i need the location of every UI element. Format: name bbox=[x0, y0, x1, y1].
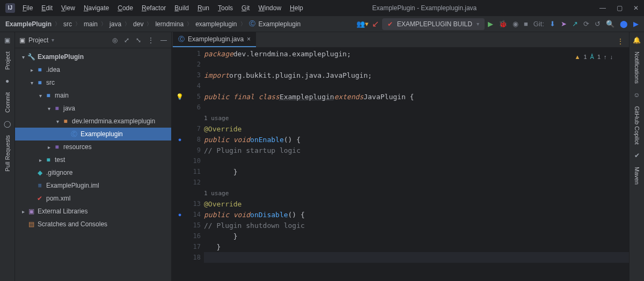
project-tool-icon[interactable]: ▣ bbox=[4, 36, 10, 44]
commit-tool-icon[interactable]: ● bbox=[5, 77, 9, 85]
tree-twisty[interactable]: ▸ bbox=[45, 144, 53, 150]
menu-item[interactable]: Git bbox=[241, 4, 250, 12]
project-view-title[interactable]: Project bbox=[28, 36, 48, 44]
back-icon[interactable]: ↙ bbox=[372, 19, 379, 29]
project-tool-label[interactable]: Project bbox=[4, 51, 11, 70]
code-line[interactable] bbox=[204, 102, 629, 113]
chevron-down-icon[interactable]: ▾ bbox=[52, 37, 54, 43]
tree-row[interactable]: ▾■main bbox=[15, 89, 171, 102]
tree-row[interactable]: ⒸExampleplugin bbox=[15, 128, 171, 140]
breadcrumb-item[interactable]: java bbox=[109, 20, 121, 28]
gutter-icon[interactable] bbox=[172, 166, 188, 177]
line-number[interactable]: 2 bbox=[188, 59, 201, 70]
breadcrumb-item[interactable]: ExamplePlugin bbox=[5, 20, 52, 28]
code-line[interactable]: } bbox=[204, 166, 629, 177]
debug-icon[interactable]: 🐞 bbox=[499, 20, 507, 28]
search-icon[interactable]: 🔍 bbox=[606, 20, 614, 28]
code-line[interactable]: @Override bbox=[204, 198, 629, 209]
minimize-icon[interactable]: — bbox=[599, 4, 606, 12]
expand-icon[interactable]: ⤢ bbox=[124, 36, 129, 44]
menu-item[interactable]: Build bbox=[174, 4, 189, 12]
tree-row[interactable]: ◆.gitignore bbox=[15, 166, 171, 179]
gutter-icon[interactable] bbox=[172, 220, 188, 231]
code-line[interactable] bbox=[204, 177, 629, 188]
code-editor[interactable]: 💡●● 123456789101112131415161718 package … bbox=[172, 48, 629, 281]
next-highlight-icon[interactable]: ↓ bbox=[610, 54, 613, 60]
menu-item[interactable]: Edit bbox=[41, 4, 53, 12]
maven-icon[interactable]: ✔ bbox=[634, 152, 640, 159]
code-line[interactable]: public final class Exampleplugin extends… bbox=[204, 91, 629, 102]
tree-twisty[interactable]: ▾ bbox=[36, 93, 44, 99]
tree-row[interactable]: ▾■dev.lerndmina.exampleplugin bbox=[15, 115, 171, 128]
gutter-icon[interactable] bbox=[172, 252, 188, 263]
breadcrumb-item[interactable]: main bbox=[84, 20, 98, 28]
line-number[interactable]: 8 bbox=[188, 134, 201, 145]
editor-menu-icon[interactable]: ⋮ bbox=[617, 38, 624, 45]
code-line[interactable] bbox=[204, 252, 629, 263]
menu-item[interactable]: Navigate bbox=[84, 4, 109, 12]
tree-row[interactable]: ▸■.idea bbox=[15, 63, 171, 76]
breadcrumb-item[interactable]: exampleplugin bbox=[195, 20, 237, 28]
maven-label[interactable]: Maven bbox=[634, 167, 640, 184]
line-number[interactable]: 14 bbox=[188, 209, 201, 220]
close-icon[interactable]: ✕ bbox=[633, 4, 639, 12]
hide-icon[interactable]: — bbox=[160, 36, 167, 44]
line-number[interactable]: 10 bbox=[188, 156, 201, 166]
line-number[interactable] bbox=[188, 188, 201, 198]
gutter-icon[interactable] bbox=[172, 59, 188, 70]
tree-row[interactable]: ▸■test bbox=[15, 153, 171, 166]
editor-tab[interactable]: Ⓒ Exampleplugin.java × bbox=[173, 32, 256, 47]
code-line[interactable]: 1 usage bbox=[204, 188, 629, 198]
settings-icon[interactable]: ⬤ bbox=[620, 20, 628, 28]
project-tree[interactable]: ▾🔧ExamplePlugin▸■.idea▾■src▾■main▾■java▾… bbox=[15, 48, 171, 233]
line-number[interactable]: 16 bbox=[188, 231, 201, 241]
git-update-icon[interactable]: ⬇ bbox=[550, 20, 555, 28]
tree-twisty[interactable]: ▸ bbox=[28, 67, 35, 73]
inspection-widget[interactable]: ▲ 1 Å 1 ↑ ↓ bbox=[575, 54, 613, 60]
gutter-icon[interactable] bbox=[172, 113, 188, 123]
code-line[interactable]: 1 usage bbox=[204, 113, 629, 123]
gutter-icon[interactable] bbox=[172, 80, 188, 91]
menu-item[interactable]: Refactor bbox=[142, 4, 166, 12]
copilot-label[interactable]: GitHub Copilot bbox=[634, 106, 640, 145]
line-number[interactable]: 4 bbox=[188, 80, 201, 91]
code-line[interactable]: public void onEnable() { bbox=[204, 134, 629, 145]
close-tab-icon[interactable]: × bbox=[247, 35, 251, 43]
pr-tool-icon[interactable]: ◯ bbox=[4, 120, 11, 128]
code-line[interactable]: import org.bukkit.plugin.java.JavaPlugin… bbox=[204, 70, 629, 80]
gutter-icon[interactable] bbox=[172, 70, 188, 80]
line-number[interactable]: 13 bbox=[188, 198, 201, 209]
tree-row[interactable]: ▾🔧ExamplePlugin bbox=[15, 50, 171, 63]
code-line[interactable] bbox=[204, 80, 629, 91]
menu-item[interactable]: Tools bbox=[218, 4, 233, 12]
gutter-icon[interactable]: 💡 bbox=[172, 91, 188, 102]
tree-row[interactable]: ▾■java bbox=[15, 102, 171, 115]
line-number[interactable]: 7 bbox=[188, 123, 201, 134]
gutter-icon[interactable] bbox=[172, 177, 188, 188]
notifications-icon[interactable]: 🔔 bbox=[633, 36, 641, 44]
line-number[interactable]: 9 bbox=[188, 145, 201, 156]
gutter-icon[interactable] bbox=[172, 102, 188, 113]
tree-twisty[interactable]: ▾ bbox=[54, 119, 61, 124]
tree-twisty[interactable]: ▸ bbox=[19, 209, 27, 215]
gutter-icon[interactable] bbox=[172, 48, 188, 59]
code-line[interactable]: // Plugin shutdown logic bbox=[204, 220, 629, 231]
tree-twisty[interactable]: ▾ bbox=[19, 54, 27, 60]
pr-tool-label[interactable]: Pull Requests bbox=[4, 135, 11, 172]
git-commit-icon[interactable]: ➤ bbox=[561, 20, 567, 28]
commit-tool-label[interactable]: Commit bbox=[4, 92, 11, 113]
prev-highlight-icon[interactable]: ↑ bbox=[604, 54, 607, 60]
gutter-icon[interactable]: ● bbox=[172, 134, 188, 145]
gutter-icon[interactable] bbox=[172, 145, 188, 156]
breadcrumb[interactable]: ExamplePlugin〉src〉main〉java〉dev〉lerndmin… bbox=[5, 19, 301, 28]
tree-row[interactable]: ▸■resources bbox=[15, 140, 171, 153]
user-icon[interactable]: 👥▾ bbox=[356, 20, 369, 28]
menu-item[interactable]: Run bbox=[197, 4, 209, 12]
menu-item[interactable]: View bbox=[61, 4, 75, 12]
tree-twisty[interactable]: ▾ bbox=[28, 80, 35, 86]
code-line[interactable]: @Override bbox=[204, 123, 629, 134]
line-number[interactable]: 6 bbox=[188, 102, 201, 113]
menu-item[interactable]: Code bbox=[118, 4, 133, 12]
gutter-icon[interactable] bbox=[172, 156, 188, 166]
gutter-icon[interactable] bbox=[172, 123, 188, 134]
